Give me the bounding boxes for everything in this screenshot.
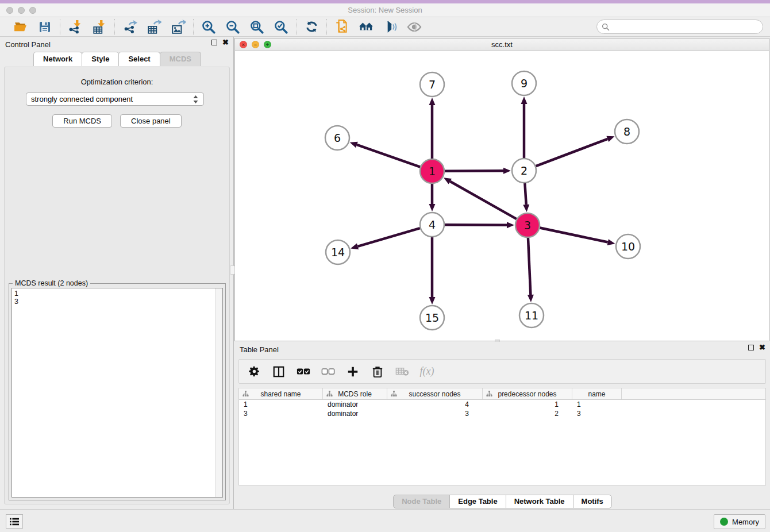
memory-status-icon — [720, 518, 728, 526]
delete-table-icon[interactable] — [395, 365, 409, 379]
column-header-successor-nodes[interactable]: successor nodes — [387, 388, 483, 399]
clear-all-checks-icon[interactable] — [321, 365, 335, 379]
show-columns-icon[interactable] — [272, 365, 286, 379]
graph-edge-4-14[interactable] — [358, 228, 420, 246]
table-settings-icon[interactable] — [247, 365, 261, 379]
graph-edge-1-2[interactable] — [445, 171, 503, 171]
graph-node-label-14: 14 — [331, 246, 345, 259]
refresh-layout-icon[interactable] — [304, 20, 319, 34]
graph-edge-2-3[interactable] — [525, 183, 526, 205]
graph-arrowhead — [528, 295, 534, 302]
tab-style[interactable]: Style — [82, 52, 119, 66]
import-network-icon[interactable] — [68, 20, 83, 34]
graph-arrowhead — [351, 244, 359, 250]
control-panel-tabs: Network Style Select MCDS — [0, 52, 234, 66]
status-bar: Memory — [0, 509, 770, 532]
search-input[interactable] — [613, 23, 763, 31]
node-table[interactable]: shared name MCDS role successor nodes — [238, 388, 766, 485]
zoom-selected-icon[interactable] — [274, 20, 288, 34]
session-title: Session: New Session — [0, 6, 770, 14]
graph-arrowhead — [350, 142, 358, 148]
titlebar: Session: New Session — [0, 3, 770, 17]
result-scrollbar[interactable] — [215, 288, 222, 497]
zoom-fit-icon[interactable] — [249, 20, 264, 34]
task-history-button[interactable] — [6, 514, 23, 529]
export-table-icon[interactable] — [147, 20, 161, 34]
open-session-icon[interactable] — [13, 20, 28, 34]
run-mcds-button[interactable]: Run MCDS — [52, 114, 112, 128]
mcds-result-box: MCDS result (2 nodes) 1 3 — [9, 283, 226, 500]
export-network-icon[interactable] — [122, 20, 137, 34]
optimization-criterion-label: Optimization criterion: — [5, 78, 229, 86]
graph-node-label-15: 15 — [425, 311, 439, 324]
eye-hidden-icon[interactable] — [407, 20, 422, 34]
graph-edge-2-8[interactable] — [536, 139, 608, 166]
graphics-details-icon[interactable] — [383, 20, 398, 34]
column-header-name[interactable]: name — [572, 388, 622, 399]
column-header-predecessor-nodes[interactable]: predecessor nodes — [483, 388, 572, 399]
vertical-splitter-grip[interactable] — [230, 265, 235, 275]
apply-function-icon[interactable]: f(x) — [420, 365, 434, 379]
close-panel-button[interactable]: Close panel — [120, 114, 182, 128]
close-panel-icon[interactable]: ✖ — [222, 40, 229, 45]
export-image-icon[interactable] — [171, 20, 186, 34]
tab-network[interactable]: Network — [33, 52, 82, 66]
float-panel-icon[interactable] — [211, 40, 217, 45]
mcds-result-text[interactable]: 1 3 — [11, 288, 223, 498]
close-table-panel-icon[interactable]: ✖ — [759, 345, 765, 350]
delete-row-icon[interactable] — [371, 365, 384, 379]
network-canvas[interactable]: 1234678910111415 — [235, 51, 769, 341]
hierarchy-icon — [242, 391, 249, 397]
select-all-checks-icon[interactable] — [297, 365, 310, 379]
table-header-row: shared name MCDS role successor nodes — [239, 388, 765, 400]
zoom-in-icon[interactable] — [201, 20, 216, 34]
selected-criterion: strongly connected component — [31, 95, 192, 103]
table-row[interactable]: 3 dominator 3 2 3 — [239, 409, 765, 418]
mcds-panel: Optimization criterion: strongly connect… — [4, 67, 230, 504]
float-table-panel-icon[interactable] — [748, 345, 754, 350]
tab-mcds[interactable]: MCDS — [160, 52, 201, 66]
table-toolbar: f(x) — [238, 359, 766, 384]
graph-edge-3-10[interactable] — [540, 228, 608, 242]
zoom-out-icon[interactable] — [225, 20, 240, 34]
network-title: scc.txt — [235, 40, 769, 49]
optimization-criterion-select[interactable]: strongly connected component — [26, 92, 204, 106]
tab-network-table[interactable]: Network Table — [506, 495, 573, 508]
graph-arrowhead — [429, 204, 436, 211]
graph-arrowhead — [523, 205, 529, 212]
graph-node-label-11: 11 — [525, 309, 538, 322]
home-layout-icon[interactable] — [359, 20, 374, 34]
graph-arrowhead — [521, 97, 528, 104]
network-view-window: × − + scc.txt 1234678910111415 — [234, 38, 769, 341]
graph-arrowhead — [429, 297, 436, 304]
graph-edge-1-6[interactable] — [357, 145, 420, 167]
graph-edge-3-11[interactable] — [528, 238, 530, 295]
tab-select[interactable]: Select — [118, 52, 160, 66]
graph-arrowhead — [429, 98, 436, 105]
graph-node-label-4: 4 — [429, 218, 436, 231]
graph-edge-3-1[interactable] — [450, 182, 517, 219]
tab-motifs[interactable]: Motifs — [573, 495, 612, 508]
graph-node-label-8: 8 — [623, 125, 630, 138]
network-file-icon[interactable] — [334, 20, 349, 34]
control-panel-title: Control Panel — [5, 40, 51, 49]
graph-node-label-1: 1 — [429, 165, 436, 178]
graph-edge-4-3[interactable] — [445, 225, 507, 225]
table-row[interactable]: 1 dominator 4 1 1 — [239, 400, 765, 409]
tab-edge-table[interactable]: Edge Table — [449, 495, 506, 508]
graph-arrowhead — [503, 168, 511, 174]
import-table-icon[interactable] — [92, 20, 107, 34]
application-window: Session: New Session — [0, 0, 770, 532]
search-box — [596, 20, 763, 34]
column-header-mcds-role[interactable]: MCDS role — [323, 388, 387, 399]
memory-label: Memory — [732, 518, 759, 526]
table-panel: Table Panel ✖ — [234, 342, 770, 509]
save-session-icon[interactable] — [37, 20, 52, 34]
add-row-icon[interactable] — [346, 365, 360, 379]
memory-button[interactable]: Memory — [714, 514, 765, 529]
tab-node-table[interactable]: Node Table — [393, 495, 450, 508]
stepper-icon — [192, 95, 199, 104]
column-header-shared-name[interactable]: shared name — [239, 388, 323, 399]
list-icon — [9, 517, 20, 526]
hierarchy-icon — [326, 391, 333, 397]
